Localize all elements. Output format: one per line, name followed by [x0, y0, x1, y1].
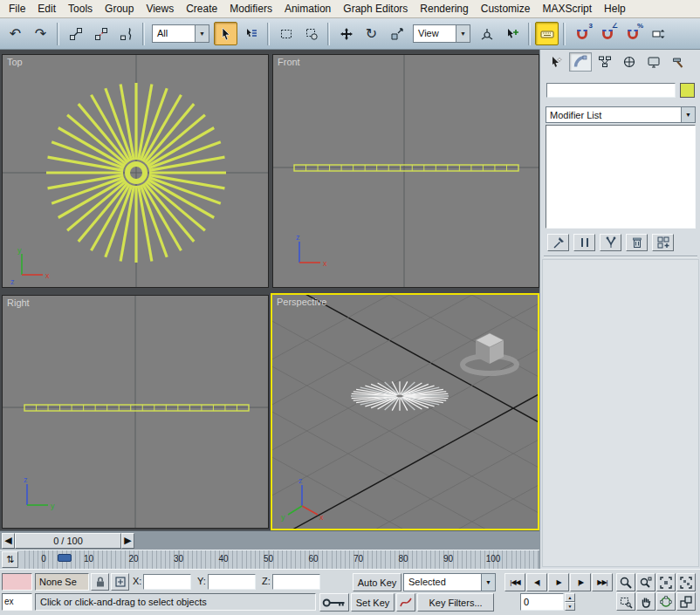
menu-edit[interactable]: Edit — [31, 0, 62, 18]
redo-button[interactable]: ↷ — [29, 22, 52, 45]
menu-views[interactable]: Views — [140, 0, 180, 18]
select-and-manipulate-button[interactable] — [500, 22, 524, 45]
time-spinner-down[interactable]: ▼ — [565, 602, 575, 611]
top-viewport-canvas[interactable]: y x z — [3, 55, 268, 287]
z-coord-field[interactable] — [272, 574, 320, 590]
object-color-swatch[interactable] — [680, 83, 695, 98]
go-to-start-button[interactable]: |◀◀ — [504, 573, 525, 591]
right-viewport-canvas[interactable]: z y — [3, 296, 268, 528]
undo-button[interactable]: ↶ — [3, 22, 27, 45]
previous-frame-button[interactable]: ◀| — [526, 573, 547, 591]
auto-key-button[interactable]: Auto Key — [353, 573, 401, 591]
spinner-snap-toggle-button[interactable] — [646, 22, 669, 45]
current-frame-marker[interactable] — [58, 554, 72, 562]
tab-motion[interactable] — [618, 52, 641, 72]
next-frame-button[interactable]: |▶ — [570, 573, 591, 591]
key-filters-button[interactable]: Key Filters... — [417, 593, 494, 612]
front-viewport-canvas[interactable]: z x — [273, 55, 539, 287]
select-by-name-button[interactable] — [239, 22, 263, 45]
angle-snap-toggle-button[interactable]: ∠ — [595, 22, 619, 45]
perspective-viewport-canvas[interactable]: z x y — [272, 295, 538, 529]
viewport-right[interactable]: Right z y — [2, 295, 269, 529]
use-pivot-point-center-button[interactable] — [475, 22, 498, 45]
menu-customize[interactable]: Customize — [475, 0, 537, 18]
pin-stack-button[interactable] — [547, 234, 569, 251]
chevron-down-icon: ▼ — [681, 107, 695, 122]
menu-tools[interactable]: Tools — [62, 0, 99, 18]
key-filter-scope-combo[interactable]: Selected ▼ — [403, 573, 496, 591]
select-and-scale-button[interactable] — [385, 22, 408, 45]
snaps-toggle-button[interactable]: 3 — [570, 22, 594, 45]
show-end-result-button[interactable] — [573, 234, 595, 251]
configure-modifier-sets-button[interactable] — [652, 234, 674, 251]
zoom-all-button[interactable] — [636, 573, 655, 591]
select-and-move-button[interactable] — [334, 22, 358, 45]
current-time-field[interactable] — [520, 593, 564, 611]
menu-maxscript[interactable]: MAXScript — [536, 0, 598, 18]
viewport-front[interactable]: Front z x — [272, 54, 539, 288]
menu-graph-editors[interactable]: Graph Editors — [337, 0, 414, 18]
modifier-stack-list[interactable] — [546, 125, 696, 229]
viewport-perspective-active[interactable]: Perspective z x y — [271, 293, 539, 530]
tab-display[interactable] — [642, 52, 665, 72]
menu-file[interactable]: File — [3, 0, 31, 18]
time-spinner-up[interactable]: ▲ — [565, 593, 575, 602]
x-coord-field[interactable] — [143, 574, 191, 590]
object-name-field[interactable] — [546, 83, 676, 98]
viewport-perspective-label[interactable]: Perspective — [277, 297, 326, 307]
time-slider-prev-button[interactable]: ◀ — [2, 533, 15, 549]
absolute-offset-mode-toggle[interactable] — [111, 573, 129, 591]
make-unique-button[interactable] — [600, 234, 621, 251]
remove-modifier-button[interactable] — [626, 234, 648, 251]
keyboard-shortcut-override-toggle[interactable] — [535, 22, 559, 45]
percent-snap-toggle-button[interactable]: % — [621, 22, 644, 45]
time-slider-next-button[interactable]: ▶ — [121, 533, 134, 549]
open-mini-curve-editor-button[interactable]: ⇅ — [2, 551, 18, 568]
tab-modify[interactable] — [569, 52, 592, 72]
pan-button[interactable] — [636, 592, 655, 611]
tab-hierarchy[interactable] — [594, 52, 616, 72]
y-coord-field[interactable] — [208, 574, 256, 590]
select-and-link-button[interactable] — [64, 22, 87, 45]
viewport-top[interactable]: Top y x z — [2, 54, 269, 288]
zoom-region-button[interactable] — [616, 592, 635, 611]
play-button[interactable]: ▶ — [548, 573, 569, 591]
reference-coordinate-system-combo[interactable]: View ▼ — [413, 24, 470, 43]
window-crossing-toggle-button[interactable] — [299, 22, 323, 45]
selection-filter-combo[interactable]: All ▼ — [152, 24, 209, 43]
default-tangent-button[interactable] — [396, 593, 415, 612]
viewport-right-label[interactable]: Right — [7, 297, 30, 308]
menu-help[interactable]: Help — [598, 0, 632, 18]
modifier-list-dropdown[interactable]: Modifier List ▼ — [546, 106, 696, 123]
macro-recorder-pane[interactable] — [2, 573, 32, 591]
bind-to-space-warp-button[interactable] — [114, 22, 138, 45]
track-bar[interactable]: ⇅ 0102030405060708090100 — [0, 550, 539, 569]
time-slider-handle[interactable]: 0 / 100 — [15, 533, 121, 549]
zoom-extents-button[interactable] — [656, 573, 676, 591]
selection-lock-toggle[interactable] — [91, 573, 109, 591]
rectangular-selection-region-button[interactable] — [274, 22, 298, 45]
axis-tripod: y x z — [10, 246, 50, 286]
tab-create[interactable] — [545, 52, 567, 72]
set-key-mode-button[interactable]: Set Key — [351, 593, 395, 612]
track-bar-ruler[interactable]: 0102030405060708090100 — [21, 550, 539, 570]
zoom-extents-all-button[interactable] — [676, 573, 696, 591]
menu-create[interactable]: Create — [180, 0, 223, 18]
tab-utilities[interactable] — [667, 52, 690, 72]
menu-modifiers[interactable]: Modifiers — [223, 0, 278, 18]
menu-group[interactable]: Group — [99, 0, 140, 18]
menu-animation[interactable]: Animation — [278, 0, 337, 18]
select-and-rotate-button[interactable]: ↻ — [360, 22, 383, 45]
set-keys-button[interactable] — [319, 593, 349, 612]
menu-rendering[interactable]: Rendering — [414, 0, 474, 18]
zoom-button[interactable] — [616, 573, 635, 591]
time-slider-track[interactable]: ◀ 0 / 100 ▶ — [0, 530, 539, 550]
arc-rotate-button[interactable] — [656, 592, 676, 611]
viewport-front-label[interactable]: Front — [278, 57, 300, 67]
viewport-top-label[interactable]: Top — [7, 57, 23, 67]
maximize-viewport-toggle[interactable] — [676, 592, 696, 611]
maxscript-listener-pane[interactable]: ex — [2, 593, 32, 611]
unlink-selection-button[interactable] — [89, 22, 113, 45]
select-object-button[interactable] — [214, 22, 237, 45]
go-to-end-button[interactable]: ▶▶| — [592, 573, 613, 591]
